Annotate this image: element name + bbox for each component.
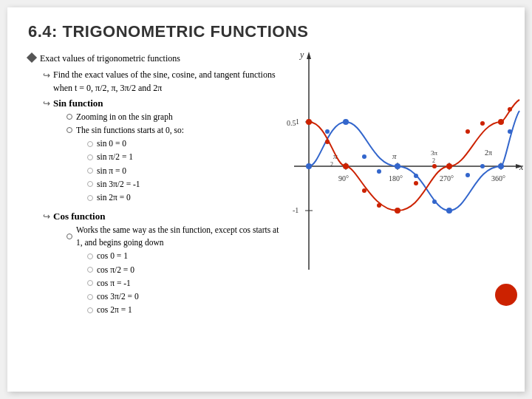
svg-text:π: π (392, 151, 397, 160)
graph-column: x y 1 -1 0.5 90° 180° 270° 360° π 2 π 3π… (287, 52, 523, 319)
svg-point-37 (362, 154, 366, 159)
svg-point-42 (480, 164, 485, 168)
svg-point-44 (325, 140, 330, 144)
circle-cval-1 (87, 253, 93, 259)
content-area: Exact values of trigonometric functions … (28, 52, 504, 319)
sin-val-pi2: sin π/2 = 1 (87, 151, 184, 163)
main-section: Exact values of trigonometric functions (28, 52, 279, 65)
circle-val-2 (87, 154, 93, 160)
trig-graph: x y 1 -1 0.5 90° 180° 270° 360° π 2 π 3π… (287, 52, 523, 281)
sin-val-0-label: sin 0 = 0 (97, 137, 126, 150)
svg-point-51 (508, 107, 512, 112)
sin-val-pi2-label: sin π/2 = 1 (97, 151, 133, 163)
cos-val-3pi2-label: cos 3π/2 = 0 (97, 290, 139, 303)
circle-cval-4 (87, 294, 93, 300)
cos-val-pi2-label: cos π/2 = 0 (97, 264, 134, 276)
cos-val-0: cos 0 = 1 (87, 250, 279, 262)
slide: 6.4: TRIGONOMETRIC FUNCTIONS Exact value… (7, 7, 525, 392)
svg-text:x: x (519, 162, 523, 172)
svg-point-28 (395, 163, 400, 169)
svg-text:0.5: 0.5 (287, 119, 296, 127)
svg-point-45 (362, 188, 366, 193)
cos-val-pi-label: cos π = -1 (97, 277, 131, 290)
svg-point-33 (395, 208, 400, 214)
circle-bullet-1 (66, 114, 72, 120)
svg-text:2π: 2π (485, 149, 492, 157)
find-values-item: ↪ Find the exact values of the sine, cos… (43, 68, 279, 95)
arrow-icon-1: ↪ (43, 69, 50, 82)
cos-desc-label: Works the same way as the sin function, … (76, 224, 279, 250)
cos-function-label: Cos function (53, 211, 105, 222)
circle-cval-5 (87, 307, 93, 313)
sin-val-0: sin 0 = 0 (87, 137, 184, 150)
svg-text:180°: 180° (389, 174, 403, 183)
sin-val-2pi: sin 2π = 0 (87, 191, 184, 204)
cos-function-block: Cos function Works the same way as the s… (53, 209, 279, 317)
circle-bullet-cos (66, 233, 72, 239)
circle-val-1 (87, 141, 93, 147)
svg-point-35 (498, 119, 504, 125)
svg-point-27 (343, 119, 349, 125)
svg-point-30 (498, 163, 504, 169)
sin-val-3pi2: sin 3π/2 = -1 (87, 178, 184, 191)
cos-val-pi: cos π = -1 (87, 277, 279, 290)
sin-function-label: Sin function (53, 98, 103, 109)
cos-val-2pi-label: cos 2π = 1 (97, 304, 132, 316)
svg-text:y: y (299, 52, 304, 60)
svg-point-46 (377, 203, 381, 208)
svg-text:3π: 3π (431, 149, 438, 157)
svg-point-40 (432, 200, 437, 204)
svg-text:270°: 270° (440, 174, 454, 183)
exact-values-label: Exact values of trigonometric functions (40, 52, 180, 65)
cos-val-pi2: cos π/2 = 0 (87, 264, 279, 276)
text-column: Exact values of trigonometric functions … (28, 52, 279, 319)
svg-point-50 (480, 121, 485, 126)
find-values-label: Find the exact values of the sine, cosin… (53, 68, 279, 95)
sin-val-pi: sin π = 0 (87, 165, 184, 177)
svg-text:2: 2 (330, 161, 333, 168)
sin-values: sin 0 = 0 sin π/2 = 1 sin π = 0 (87, 137, 184, 204)
svg-point-47 (414, 181, 418, 185)
circle-val-4 (87, 181, 93, 187)
sin-val-2pi-label: sin 2π = 0 (97, 191, 131, 204)
svg-point-34 (446, 163, 452, 169)
svg-point-31 (306, 119, 312, 125)
navigation-circle-button[interactable] (495, 284, 517, 306)
cos-values: cos 0 = 1 cos π/2 = 0 cos π = -1 (87, 250, 279, 316)
sub-items: ↪ Find the exact values of the sine, cos… (43, 68, 279, 318)
svg-point-32 (343, 163, 349, 169)
svg-text:-1: -1 (293, 206, 299, 214)
svg-point-29 (446, 208, 452, 214)
sin-val-pi-label: sin π = 0 (97, 165, 126, 177)
svg-point-38 (377, 169, 381, 174)
sin-starts-label: The sin functions starts at 0, so: (76, 124, 184, 137)
cos-val-0-label: cos 0 = 1 (97, 250, 128, 262)
sin-zoom-label: Zooming in on the sin graph (76, 111, 173, 123)
sin-zoom-item: Zooming in on the sin graph (66, 111, 184, 123)
sin-function-block: Sin function Zooming in on the sin graph… (53, 96, 184, 205)
arrow-icon-3: ↪ (43, 210, 50, 223)
svg-point-26 (306, 163, 312, 169)
sin-val-3pi2-label: sin 3π/2 = -1 (97, 178, 140, 191)
svg-text:90°: 90° (338, 174, 349, 183)
svg-point-39 (414, 174, 418, 178)
arrow-icon-2: ↪ (43, 97, 50, 110)
cos-desc-item: Works the same way as the sin function, … (66, 224, 279, 250)
cos-val-2pi: cos 2π = 1 (87, 304, 279, 316)
circle-val-5 (87, 195, 93, 201)
sin-sub-items: Zooming in on the sin graph The sin func… (66, 111, 184, 205)
cos-sub-items: Works the same way as the sin function, … (66, 224, 279, 317)
svg-text:2: 2 (432, 157, 435, 164)
svg-point-36 (325, 129, 330, 134)
svg-point-49 (466, 129, 470, 134)
cos-function-item: ↪ Cos function Works the same way as the… (43, 209, 279, 317)
circle-cval-3 (87, 280, 93, 286)
svg-text:1: 1 (296, 117, 299, 126)
svg-point-48 (432, 164, 437, 168)
svg-text:360°: 360° (491, 174, 505, 183)
sin-function-item: ↪ Sin function Zooming in on the sin gra… (43, 96, 279, 205)
svg-point-41 (466, 173, 470, 177)
circle-bullet-2 (66, 127, 72, 133)
cos-val-3pi2: cos 3π/2 = 0 (87, 290, 279, 303)
sin-starts-item: The sin functions starts at 0, so: (66, 124, 184, 137)
